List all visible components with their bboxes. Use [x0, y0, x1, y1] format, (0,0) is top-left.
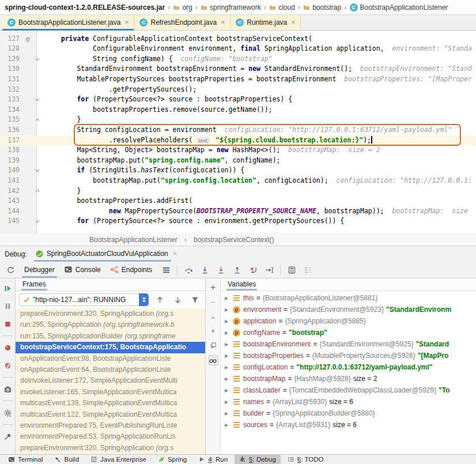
expand-arrow-icon[interactable]: ▶	[223, 342, 230, 347]
variable-row[interactable]: ▶this={BootstrapApplicationListener@5881…	[221, 292, 476, 304]
breadcrumb-class[interactable]: BootstrapApplicationListener	[89, 236, 177, 244]
stack-frame-row[interactable]: onApplicationEvent:98, BootstrapApplicat…	[16, 353, 205, 364]
debug-tab-console[interactable]: Console	[59, 262, 105, 278]
breadcrumb-jar[interactable]: spring-cloud-context-1.2.0.RELEASE-sourc…	[5, 3, 165, 12]
variable-row[interactable]: ▶pconfigName="bootstrap"	[221, 327, 476, 338]
evaluate-expression-button[interactable]	[285, 263, 299, 277]
expand-arrow-icon[interactable]: ▶	[223, 307, 230, 312]
statusbar-java-enterprise[interactable]: Java Enterprise	[86, 455, 151, 464]
expand-arrow-icon[interactable]: ▶	[223, 353, 230, 359]
stack-frame-row[interactable]: run:295, SpringApplication (org.springfr…	[16, 319, 205, 330]
fold-up-icon[interactable]	[32, 115, 43, 125]
variable-row[interactable]: ▶configLocation="http://127.0.0.1:63712/…	[221, 361, 476, 373]
settings-gear-button[interactable]	[1, 406, 14, 420]
expand-arrow-icon[interactable]: ▶	[223, 388, 230, 393]
expand-arrow-icon[interactable]: ▶	[223, 330, 230, 335]
breadcrumb-folder[interactable]: springframework	[201, 3, 261, 12]
editor-tab[interactable]: CRuntime.java×	[231, 15, 301, 30]
variables-tab[interactable]: Variables	[226, 279, 257, 291]
move-down-button[interactable]: ▼	[208, 326, 218, 335]
thread-selector[interactable]: "http-nio-127...ain": RUNNING	[19, 293, 139, 306]
close-icon[interactable]: ×	[291, 18, 295, 27]
expand-arrow-icon[interactable]: ▶	[223, 319, 230, 324]
debug-tab-endpoints[interactable]: Endpoints	[105, 262, 157, 278]
stack-frame-row[interactable]: onApplicationEvent:64, BootstrapApplicat…	[16, 364, 205, 375]
debug-tab-debugger[interactable]: Debugger	[20, 262, 59, 278]
fold-up-icon[interactable]	[32, 186, 43, 197]
mute-breakpoints-button[interactable]	[1, 359, 14, 372]
stack-frame-row[interactable]: run:135, SpringApplicationBuilder (org.s…	[16, 331, 205, 342]
variable-row[interactable]: ▶papplication={SpringApplication@5885}	[221, 315, 476, 327]
step-out-button[interactable]	[230, 263, 244, 277]
variable-row[interactable]: ▶sources={ArrayList@5931} size = 6	[221, 419, 476, 431]
expand-arrow-icon[interactable]: ▶	[223, 296, 230, 301]
frame-down-button[interactable]	[171, 293, 184, 307]
expand-arrow-icon[interactable]: ▶	[223, 376, 230, 382]
variable-row[interactable]: ▶penvironment={StandardEnvironment@5923}…	[221, 304, 476, 315]
debug-session-tab[interactable]: SpringBootActuatorCloudVulApplication ×	[34, 247, 179, 262]
fold-down-icon[interactable]	[32, 95, 43, 105]
stop-program-button[interactable]	[1, 317, 14, 331]
close-icon[interactable]: ×	[124, 18, 129, 27]
expand-arrow-icon[interactable]: ▶	[223, 411, 230, 416]
variable-row[interactable]: ▶classLoader={TomcatEmbeddedWebappClassL…	[221, 384, 476, 396]
stack-frame-row[interactable]: invokeListener:165, SimpleApplicationEve…	[16, 387, 205, 398]
breadcrumb-folder[interactable]: org	[173, 3, 192, 12]
view-breakpoints-button[interactable]	[1, 341, 14, 354]
breadcrumb-method[interactable]: bootstrapServiceContext()	[194, 236, 274, 244]
breadcrumb-class[interactable]: CBootstrapApplicationListener	[350, 3, 448, 12]
editor-tab[interactable]: CRefreshEndpoint.java×	[134, 15, 231, 30]
frame-up-button[interactable]	[153, 293, 167, 307]
add-watch-button[interactable]: +	[208, 283, 218, 292]
fold-down-icon[interactable]	[32, 54, 43, 65]
resume-program-button[interactable]	[1, 281, 14, 295]
stack-frame-row[interactable]: multicastEvent:139, SimpleApplicationEve…	[16, 398, 205, 409]
stack-frame-row[interactable]: multicastEvent:122, SimpleApplicationEve…	[16, 409, 205, 420]
expand-arrow-icon[interactable]: ▶	[223, 422, 230, 428]
frames-tab[interactable]: Frames	[21, 279, 47, 291]
stack-frame-row[interactable]: prepareEnvironment:320, SpringApplicatio…	[16, 308, 205, 319]
variable-row[interactable]: ▶bootstrapProperties={MutablePropertySou…	[221, 350, 476, 361]
stack-frame-row[interactable]: environmentPrepared:53, SpringApplicatio…	[16, 431, 205, 442]
fold-down-icon[interactable]	[32, 165, 43, 176]
close-icon[interactable]: ×	[221, 18, 225, 27]
variable-row[interactable]: ▶names={ArrayList@5930} size = 6	[221, 396, 476, 408]
code-editor[interactable]: 126127@ private ConfigurableApplicationC…	[0, 31, 476, 233]
close-icon[interactable]: ×	[173, 250, 177, 258]
show-watches-glasses-button[interactable]	[208, 355, 218, 365]
fold-down-icon[interactable]	[32, 216, 43, 227]
force-step-into-button[interactable]	[214, 263, 228, 277]
breadcrumb-folder[interactable]: bootstrap	[303, 3, 341, 12]
statusbar--debug[interactable]: 5: Debug	[235, 455, 281, 464]
stack-frame-row[interactable]: bootstrapServiceContext:175, BootstrapAp…	[16, 342, 205, 353]
layout-settings-button[interactable]	[301, 263, 315, 277]
expand-arrow-icon[interactable]: ▶	[223, 399, 230, 405]
duplicate-watch-button[interactable]	[208, 341, 218, 350]
rerun-button[interactable]	[3, 263, 17, 277]
run-to-cursor-button[interactable]	[262, 263, 276, 277]
variable-row[interactable]: ▶bootstrapEnvironment={StandardEnvironme…	[221, 338, 476, 350]
filter-icon[interactable]	[188, 293, 202, 307]
remove-watch-button[interactable]: −	[208, 297, 218, 307]
move-up-button[interactable]: ▲	[208, 312, 218, 321]
statusbar--todo[interactable]: 6: TODO	[283, 455, 328, 464]
statusbar--run[interactable]: 4: Run	[194, 455, 232, 464]
expand-arrow-icon[interactable]: ▶	[223, 365, 230, 370]
statusbar-spring[interactable]: Spring	[153, 455, 191, 464]
editor-tab[interactable]: CBootstrapApplicationListener.java×	[2, 15, 134, 30]
variable-row[interactable]: ▶builder={SpringApplicationBuilder@5880}	[221, 408, 476, 419]
step-over-button[interactable]	[182, 263, 195, 277]
stack-frame-row[interactable]: environmentPrepared:75, EventPublishingR…	[16, 420, 205, 431]
step-into-button[interactable]	[198, 263, 211, 277]
stack-frame-row[interactable]: doInvokeListener:172, SimpleApplicationE…	[16, 375, 205, 386]
statusbar-build[interactable]: Build	[50, 455, 84, 464]
thread-stepper[interactable]	[139, 293, 149, 306]
variable-row[interactable]: ▶bootstrapMap={HashMap@5928} size = 2	[221, 373, 476, 384]
pause-program-button[interactable]	[1, 299, 14, 313]
breadcrumb-folder[interactable]: cloud	[269, 3, 295, 12]
thread-dump-camera-button[interactable]	[1, 382, 14, 396]
pin-tab-button[interactable]	[1, 429, 14, 443]
statusbar-terminal[interactable]: Terminal	[3, 455, 47, 464]
stack-frame-row[interactable]: prepareEnvironment:320, SpringApplicatio…	[16, 443, 205, 454]
show-execution-point-button[interactable]	[159, 263, 173, 277]
